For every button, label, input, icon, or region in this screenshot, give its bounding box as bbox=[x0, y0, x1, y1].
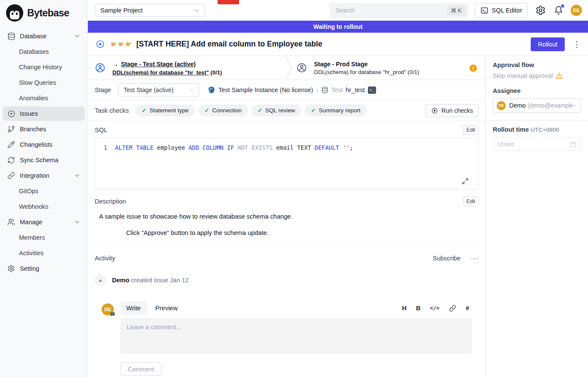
sql-editor[interactable]: 1 ALTER TABLE employee ADD COLUMN IF NOT… bbox=[95, 138, 479, 189]
sidebar-item-manage[interactable]: Manage bbox=[3, 215, 85, 229]
tab-preview[interactable]: Preview bbox=[150, 301, 184, 315]
issue-header: ☛☛☛ [START HERE] Add email column to Emp… bbox=[88, 33, 588, 56]
sql-edit-button[interactable]: Edit bbox=[463, 125, 479, 135]
chevron-down-icon bbox=[193, 7, 200, 14]
run-icon bbox=[431, 107, 438, 114]
search-input[interactable] bbox=[336, 7, 448, 14]
stage-card-prod[interactable]: Stage - Prod Stage DDL(schema) for datab… bbox=[284, 56, 419, 80]
sidebar-item-label: Changelists bbox=[20, 141, 53, 148]
expand-editor-icon[interactable] bbox=[462, 178, 469, 185]
description-label: Description bbox=[95, 198, 126, 205]
circle-dot-icon bbox=[7, 109, 16, 118]
sql-editor-button[interactable]: SQL Editor bbox=[475, 3, 528, 18]
stage-dropdown[interactable]: Test Stage (active) bbox=[118, 83, 199, 97]
sidebar-item-label: Issues bbox=[20, 110, 38, 117]
stage-task-link[interactable]: DDL(schema) for database "hr_test" (0/1) bbox=[112, 69, 222, 76]
environment-name: Test bbox=[331, 87, 343, 93]
sidebar-item-database[interactable]: Database bbox=[3, 29, 85, 43]
code-format-icon[interactable]: </> bbox=[430, 305, 439, 311]
sidebar-item-issues[interactable]: Issues bbox=[3, 106, 85, 121]
sidebar-item-label: Setting bbox=[20, 265, 39, 272]
sidebar-item-anomalies[interactable]: Anomalies bbox=[3, 91, 85, 105]
stage-separator bbox=[284, 56, 292, 80]
task-checks-label: Task checks bbox=[95, 107, 129, 114]
notification-bell-icon[interactable] bbox=[554, 5, 564, 15]
sidebar-item-setting[interactable]: Setting bbox=[3, 261, 85, 276]
sidebar-item-activities[interactable]: Activities bbox=[3, 246, 85, 260]
stage-selector-row: Stage Test Stage (active) Test Sample In… bbox=[88, 80, 485, 100]
git-branch-icon bbox=[7, 125, 16, 133]
check-pill-connection[interactable]: ✓Connection bbox=[199, 105, 248, 116]
chevron-down-icon bbox=[74, 33, 81, 40]
check-pill-statement-type[interactable]: ✓Statement type bbox=[136, 105, 195, 116]
bytebase-logo-icon bbox=[6, 4, 23, 22]
sidebar-item-integration[interactable]: Integration bbox=[3, 168, 85, 183]
sidebar-item-sync-schema[interactable]: Sync Schema bbox=[3, 153, 85, 167]
link-format-icon[interactable] bbox=[449, 305, 456, 312]
sidebar-item-label: Sync Schema bbox=[20, 157, 58, 164]
open-sql-editor-icon[interactable]: >_ bbox=[368, 87, 376, 94]
database-icon bbox=[7, 32, 16, 40]
activity-actor: Demo bbox=[112, 277, 129, 284]
stage-user-icon bbox=[95, 62, 106, 73]
stage-card-test[interactable]: →Stage - Test Stage (active) DDL(schema)… bbox=[88, 56, 284, 80]
sidebar-item-label: Manage bbox=[20, 219, 42, 226]
instance-name[interactable]: Test Sample Instance (No license) bbox=[218, 87, 313, 93]
check-icon: ✓ bbox=[142, 107, 146, 114]
issue-status-icon bbox=[96, 40, 105, 49]
subscribe-button[interactable]: Subscribe bbox=[433, 255, 460, 262]
brand-logo[interactable]: Bytebase bbox=[0, 0, 87, 25]
warning-triangle-icon bbox=[555, 72, 563, 80]
terminal-icon bbox=[480, 6, 488, 15]
sidebar-item-databases[interactable]: Databases bbox=[3, 44, 85, 59]
chevron-down-icon bbox=[74, 219, 81, 226]
description-edit-button[interactable]: Edit bbox=[463, 197, 479, 206]
task-checks-row: Task checks ✓Statement type ✓Connection … bbox=[88, 100, 485, 121]
notification-dot bbox=[561, 4, 564, 8]
description-text: Click "Approve" button to apply the sche… bbox=[126, 229, 479, 236]
check-icon: ✓ bbox=[205, 107, 209, 114]
user-avatar[interactable]: DE bbox=[571, 5, 582, 16]
rollout-timezone: UTC+0800 bbox=[531, 127, 559, 133]
description-text: A sample issue to showcase how to review… bbox=[99, 213, 479, 220]
heading-format-icon[interactable]: H bbox=[402, 305, 406, 312]
comment-input[interactable] bbox=[121, 318, 472, 354]
activity-text: Demo created issue Jan 12 bbox=[112, 277, 189, 284]
chevron-down-icon bbox=[74, 172, 81, 179]
check-pill-summary-report[interactable]: ✓Summary report bbox=[305, 105, 367, 116]
assignee-dropdown[interactable]: DE Demo (demo@example bbox=[493, 98, 581, 113]
main-area: Sample Project ⌘ K SQL Editor DE Waiting… bbox=[88, 0, 588, 377]
settings-gear-icon[interactable] bbox=[535, 5, 546, 15]
approval-flow-label: Approval flow bbox=[493, 62, 581, 68]
stage-dropdown-value: Test Stage (active) bbox=[124, 87, 174, 93]
stage-title: Stage - Prod Stage bbox=[314, 61, 419, 68]
sidebar-item-members[interactable]: Members bbox=[3, 230, 85, 245]
sidebar-item-webhooks[interactable]: Webhooks bbox=[3, 199, 85, 214]
kebab-menu-icon[interactable]: ⋮ bbox=[572, 39, 582, 49]
hash-format-icon[interactable]: # bbox=[466, 305, 469, 312]
chevron-down-icon bbox=[572, 102, 578, 109]
search-box[interactable]: ⌘ K bbox=[330, 3, 468, 18]
screen-recording-indicator bbox=[218, 0, 239, 4]
format-toolbar: H B </> # bbox=[402, 305, 472, 312]
tab-write[interactable]: Write bbox=[121, 301, 146, 315]
project-selector[interactable]: Sample Project bbox=[95, 4, 205, 17]
pencil-icon bbox=[7, 140, 16, 149]
sidebar-item-slow-queries[interactable]: Slow Queries bbox=[3, 75, 85, 90]
comment-submit-button[interactable]: Comment bbox=[121, 362, 162, 376]
sidebar-item-changelists[interactable]: Changelists bbox=[3, 137, 85, 152]
database-name[interactable]: hr_test bbox=[346, 87, 365, 93]
bold-format-icon[interactable]: B bbox=[416, 305, 420, 312]
check-pill-sql-review[interactable]: ✓SQL review bbox=[252, 105, 301, 116]
sidebar-item-branches[interactable]: Branches bbox=[3, 122, 85, 136]
stage-title: →Stage - Test Stage (active) bbox=[112, 61, 196, 68]
sidebar-item-gitops[interactable]: GitOps bbox=[3, 184, 85, 198]
rollout-time-input[interactable]: Unset bbox=[493, 137, 581, 151]
run-checks-button[interactable]: Run checks bbox=[426, 104, 479, 117]
check-icon: ✓ bbox=[258, 107, 262, 114]
activity-menu-icon[interactable]: ··· bbox=[471, 254, 479, 262]
sidebar-item-change-history[interactable]: Change History bbox=[3, 60, 85, 74]
database-breadcrumb: Test Sample Instance (No license) › Test… bbox=[208, 86, 376, 94]
rollout-button[interactable]: Rollout bbox=[531, 37, 565, 51]
description-section: Description Edit A sample issue to showc… bbox=[88, 189, 485, 247]
